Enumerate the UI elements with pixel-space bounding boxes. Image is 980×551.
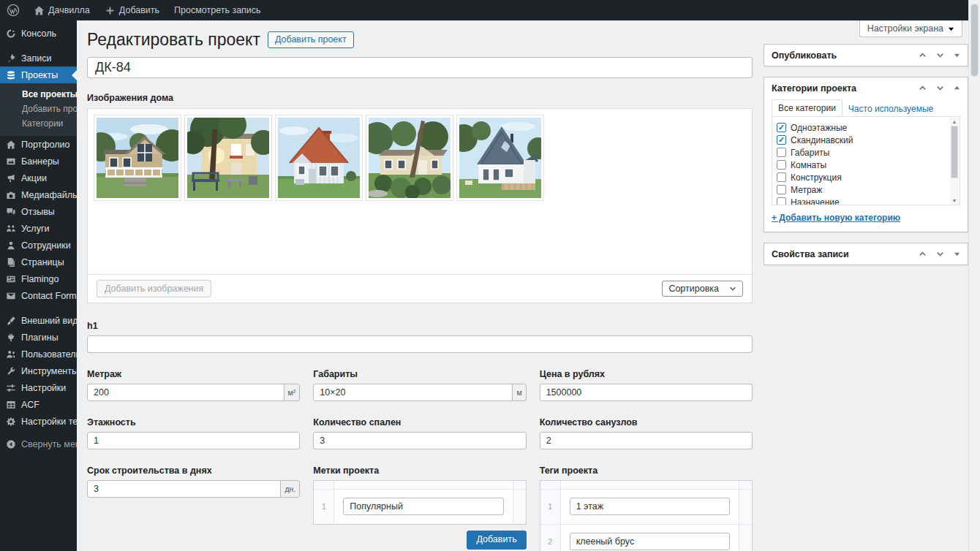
tag-input[interactable]: [570, 498, 730, 515]
checkbox[interactable]: [777, 123, 786, 132]
house-render-image: [459, 118, 541, 198]
admin-bar-new-button[interactable]: Добавить: [97, 0, 167, 20]
add-project-button[interactable]: Добавить проект: [268, 31, 354, 49]
sidebar-item-projects[interactable]: Проекты: [0, 66, 77, 83]
category-option[interactable]: Одноэтажные: [777, 121, 946, 134]
row-action-cell[interactable]: [513, 490, 526, 524]
row-action-cell[interactable]: [739, 525, 752, 551]
wordpress-logo-icon[interactable]: [0, 0, 26, 20]
sidebar-item-media[interactable]: Медиафайлы: [0, 186, 77, 203]
scroll-down-arrow[interactable]: ▼: [950, 197, 959, 204]
move-down-icon[interactable]: [936, 51, 944, 59]
build-days-input[interactable]: [87, 480, 281, 498]
bathrooms-input[interactable]: [540, 432, 753, 449]
sidebar-item-staff[interactable]: Сотрудники: [0, 237, 77, 254]
add-images-button[interactable]: Добавить изображения: [97, 280, 211, 297]
move-down-icon[interactable]: [936, 250, 944, 258]
sidebar-item-flamingo[interactable]: Flamingo: [0, 270, 77, 287]
sidebar-item-plugins[interactable]: Плагины: [0, 329, 77, 346]
house-photo-5[interactable]: [456, 115, 544, 201]
categories-panel-title: Категории проекта: [772, 83, 856, 94]
sidebar-item-appearance[interactable]: Внешний вид: [0, 312, 77, 329]
pages-icon: [6, 257, 16, 267]
submenu-all-projects[interactable]: Все проекты: [0, 87, 77, 102]
scrollbar-thumb[interactable]: [970, 4, 979, 77]
publish-panel: Опубликовать: [764, 44, 968, 66]
checkbox[interactable]: [777, 148, 786, 157]
toggle-panel-icon[interactable]: [954, 248, 960, 259]
sidebar-collapse-menu[interactable]: Свернуть меню: [0, 436, 77, 452]
row-number[interactable]: 2: [540, 525, 561, 551]
checkbox[interactable]: [777, 135, 786, 145]
move-up-icon[interactable]: [919, 84, 927, 92]
move-down-icon[interactable]: [936, 84, 944, 92]
sidebar-item-users[interactable]: Пользователи: [0, 346, 77, 362]
row-action-cell[interactable]: [739, 490, 752, 524]
house-render-image: [187, 118, 269, 198]
post-attributes-panel-header[interactable]: Свойства записи: [764, 243, 968, 265]
sidebar-item-banners[interactable]: Баннеры: [0, 153, 77, 170]
house-photo-3[interactable]: [275, 115, 363, 201]
screen-options-button[interactable]: Настройки экрана: [859, 20, 962, 37]
sidebar-item-acf[interactable]: ACF: [0, 396, 77, 413]
floors-label: Этажность: [87, 417, 300, 428]
sidebar-item-dashboard[interactable]: Консоль: [0, 25, 77, 42]
row-number[interactable]: 1: [314, 490, 334, 524]
row-number[interactable]: 1: [540, 490, 561, 524]
sidebar-item-reviews[interactable]: Отзывы: [0, 203, 77, 220]
category-option[interactable]: Скандинавский: [777, 134, 946, 146]
submenu-add-project[interactable]: Добавить проект: [0, 102, 77, 116]
sidebar-item-theme-settings[interactable]: Настройки темы: [0, 413, 77, 430]
h1-input[interactable]: [87, 335, 753, 353]
sidebar-item-posts[interactable]: Записи: [0, 50, 77, 66]
project-title-input[interactable]: [87, 57, 753, 78]
category-option[interactable]: Конструкция: [777, 171, 946, 183]
dimensions-input[interactable]: [313, 384, 513, 401]
checkbox[interactable]: [777, 197, 786, 205]
toggle-panel-icon[interactable]: [954, 50, 960, 61]
sort-select[interactable]: Сортировка: [662, 281, 743, 297]
sidebar-item-contact-form-7[interactable]: Contact Form 7: [0, 287, 77, 304]
tag-input[interactable]: [570, 533, 730, 550]
scroll-up-arrow[interactable]: ▲: [950, 118, 959, 125]
house-photo-4[interactable]: [366, 115, 453, 201]
area-input[interactable]: [87, 384, 284, 401]
plug-icon: [6, 332, 16, 343]
publish-panel-header[interactable]: Опубликовать: [764, 45, 968, 66]
category-option[interactable]: Габариты: [777, 146, 946, 159]
add-row-button[interactable]: Добавить: [467, 531, 526, 550]
sidebar-item-pages[interactable]: Страницы: [0, 254, 77, 270]
move-up-icon[interactable]: [919, 250, 927, 258]
categories-panel-header[interactable]: Категории проекта: [764, 77, 968, 99]
sidebar-item-services[interactable]: Услуги: [0, 220, 77, 237]
admin-bar-site-name[interactable]: Дачвилла: [26, 0, 97, 20]
bedrooms-input[interactable]: [313, 432, 526, 449]
toggle-panel-icon[interactable]: [954, 83, 960, 94]
category-option[interactable]: Комнаты: [777, 159, 946, 171]
sidebar-item-tools[interactable]: Инструменты: [0, 362, 77, 379]
home-icon: [34, 5, 45, 16]
tab-all-categories[interactable]: Все категории: [772, 99, 843, 117]
checkbox[interactable]: [777, 160, 786, 170]
checkbox[interactable]: [777, 172, 786, 182]
sidebar-item-settings[interactable]: Настройки: [0, 379, 77, 396]
floors-input[interactable]: [87, 432, 300, 449]
page-scrollbar[interactable]: [968, 0, 980, 551]
admin-bar-view-post[interactable]: Просмотреть запись: [167, 0, 268, 20]
submenu-categories[interactable]: Категории: [0, 116, 77, 131]
sidebar-item-portfolio[interactable]: Портфолио: [0, 136, 77, 153]
checkbox[interactable]: [777, 185, 786, 194]
sidebar-item-promotions[interactable]: Акции: [0, 170, 77, 186]
move-up-icon[interactable]: [919, 51, 927, 59]
add-category-link[interactable]: + Добавить новую категорию: [772, 213, 900, 223]
house-photo-2[interactable]: [184, 115, 272, 201]
house-photo-1[interactable]: [94, 115, 181, 201]
field-marks: Метки проекта 1 Добавить: [313, 466, 526, 550]
category-option[interactable]: Назначение: [777, 196, 946, 205]
mark-input[interactable]: [343, 498, 503, 515]
categories-scrollbar[interactable]: ▲ ▼: [950, 118, 959, 204]
scrollbar-thumb[interactable]: [951, 126, 958, 178]
tab-most-used[interactable]: Часто используемые: [843, 101, 939, 117]
price-input[interactable]: [540, 384, 753, 401]
category-option[interactable]: Метраж: [777, 183, 946, 196]
